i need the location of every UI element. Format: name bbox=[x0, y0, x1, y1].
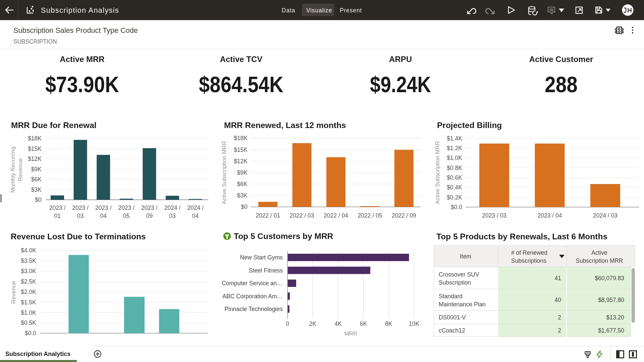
svg-text:2022 / 04: 2022 / 04 bbox=[324, 212, 348, 219]
svg-text:$9.24K: $9.24K bbox=[370, 72, 431, 97]
svg-text:2023 /: 2023 / bbox=[49, 204, 66, 211]
svg-text:Active Subscription MRR: Active Subscription MRR bbox=[221, 141, 227, 204]
svg-text:Item: Item bbox=[460, 253, 471, 260]
svg-text:2023 / 04: 2023 / 04 bbox=[538, 212, 562, 219]
svg-text:$8,957.80: $8,957.80 bbox=[598, 297, 624, 303]
svg-text:03: 03 bbox=[169, 213, 175, 219]
svg-text:$864.54K: $864.54K bbox=[199, 72, 283, 97]
svg-text:ABC Corporation Am…: ABC Corporation Am… bbox=[222, 293, 283, 300]
svg-text:Computer Service an…: Computer Service an… bbox=[222, 280, 283, 287]
svg-text:$9K: $9K bbox=[31, 166, 42, 173]
svg-text:$1.0K: $1.0K bbox=[21, 309, 36, 316]
svg-text:04: 04 bbox=[100, 213, 107, 219]
svg-text:$1.0K: $1.0K bbox=[447, 155, 462, 161]
svg-text:2024 /: 2024 / bbox=[187, 204, 204, 211]
svg-text:2023 / 03: 2023 / 03 bbox=[482, 212, 506, 219]
svg-text:ARPU: ARPU bbox=[389, 55, 412, 64]
svg-text:$0.8K: $0.8K bbox=[447, 165, 462, 171]
svg-text:2023 /: 2023 / bbox=[118, 204, 135, 211]
svg-text:2022 / 09: 2022 / 09 bbox=[392, 212, 416, 219]
svg-text:$60,079.83: $60,079.83 bbox=[595, 275, 624, 282]
svg-text:09: 09 bbox=[146, 213, 153, 219]
svg-text:$3.5K: $3.5K bbox=[21, 257, 36, 264]
svg-text:$18K: $18K bbox=[234, 135, 248, 141]
svg-text:$4.0K: $4.0K bbox=[21, 247, 36, 254]
svg-text:03: 03 bbox=[77, 213, 84, 219]
svg-text:$0.6K: $0.6K bbox=[447, 174, 462, 181]
svg-text:Revenue Lost Due to Terminatio: Revenue Lost Due to Terminations bbox=[11, 232, 146, 241]
svg-text:Active TCV: Active TCV bbox=[220, 55, 263, 64]
svg-text:$1.4K: $1.4K bbox=[447, 135, 462, 142]
svg-text:Active Customer: Active Customer bbox=[529, 55, 593, 64]
svg-text:Monthly Recurring: Monthly Recurring bbox=[10, 146, 16, 193]
svg-text:$0.0: $0.0 bbox=[25, 330, 36, 337]
svg-text:$12K: $12K bbox=[234, 158, 248, 165]
svg-text:6K: 6K bbox=[360, 320, 367, 327]
svg-text:cCoach12: cCoach12 bbox=[439, 327, 465, 334]
svg-text:4K: 4K bbox=[334, 320, 342, 327]
svg-text:2024 / 03: 2024 / 03 bbox=[593, 212, 618, 219]
svg-text:$0.4K: $0.4K bbox=[447, 184, 462, 191]
svg-text:2: 2 bbox=[558, 314, 561, 321]
svg-text:$3K: $3K bbox=[237, 192, 248, 199]
svg-text:2024 /: 2024 / bbox=[164, 204, 181, 211]
svg-text:MRR Due for Renewal: MRR Due for Renewal bbox=[11, 121, 97, 130]
svg-text:$6K: $6K bbox=[31, 176, 42, 183]
svg-text:# of Renewed: # of Renewed bbox=[511, 249, 547, 256]
svg-text:Subscription: Subscription bbox=[439, 279, 471, 286]
svg-text:$12K: $12K bbox=[28, 156, 42, 162]
svg-text:Standard: Standard bbox=[439, 293, 463, 300]
svg-text:Pinnacle Technologies: Pinnacle Technologies bbox=[224, 306, 283, 312]
svg-text:2K: 2K bbox=[309, 320, 317, 327]
svg-text:Crossover SUV: Crossover SUV bbox=[439, 271, 479, 278]
svg-text:04: 04 bbox=[192, 213, 199, 219]
svg-text:Active Subscription MRR: Active Subscription MRR bbox=[434, 141, 441, 204]
svg-text:0: 0 bbox=[286, 320, 289, 327]
svg-text:DS0001-V: DS0001-V bbox=[439, 314, 466, 321]
svg-text:40: 40 bbox=[555, 297, 561, 303]
svg-text:$0: $0 bbox=[35, 196, 42, 203]
svg-text:Maintenance Plan: Maintenance Plan bbox=[439, 301, 486, 308]
svg-text:Subscription Analysis: Subscription Analysis bbox=[41, 6, 119, 14]
svg-text:2023 /: 2023 / bbox=[141, 204, 158, 211]
svg-text:$9K: $9K bbox=[237, 169, 248, 176]
svg-text:05: 05 bbox=[123, 213, 129, 219]
svg-text:Active MRR: Active MRR bbox=[60, 55, 104, 64]
svg-text:$18K: $18K bbox=[28, 135, 42, 142]
svg-text:$0: $0 bbox=[241, 203, 248, 210]
svg-text:$1.5K: $1.5K bbox=[21, 299, 36, 306]
svg-text:Revenue: Revenue bbox=[10, 281, 17, 304]
svg-text:8K: 8K bbox=[385, 320, 392, 327]
svg-text:Subscriptions: Subscriptions bbox=[511, 257, 546, 264]
svg-text:288: 288 bbox=[545, 72, 578, 97]
svg-text:Subscription MRR: Subscription MRR bbox=[576, 257, 623, 264]
svg-text:2023 /: 2023 / bbox=[95, 204, 112, 211]
svg-text:2: 2 bbox=[558, 327, 561, 334]
svg-text:$3K: $3K bbox=[31, 186, 42, 193]
svg-text:$15K: $15K bbox=[28, 145, 42, 152]
svg-text:$73.90K: $73.90K bbox=[45, 72, 119, 97]
svg-text:$13.20: $13.20 bbox=[606, 314, 624, 321]
svg-text:$6K: $6K bbox=[237, 181, 248, 187]
svg-text:New Start Gyms: New Start Gyms bbox=[240, 254, 283, 261]
svg-text:10K: 10K bbox=[409, 320, 419, 327]
svg-text:2022 / 01: 2022 / 01 bbox=[256, 212, 280, 219]
svg-text:$15K: $15K bbox=[234, 146, 248, 153]
svg-text:$2.0K: $2.0K bbox=[21, 289, 36, 295]
svg-text:MRR Renewed, Last 12 months: MRR Renewed, Last 12 months bbox=[224, 121, 346, 130]
svg-text:2022 / 03: 2022 / 03 bbox=[290, 212, 314, 219]
svg-text:41: 41 bbox=[555, 275, 561, 282]
svg-text:$3.0K: $3.0K bbox=[21, 268, 36, 275]
svg-text:$1.2K: $1.2K bbox=[447, 145, 462, 152]
svg-text:$0.5K: $0.5K bbox=[21, 319, 36, 326]
svg-text:01: 01 bbox=[54, 213, 60, 219]
svg-text:$0.0: $0.0 bbox=[451, 204, 462, 210]
svg-text:Top 5 Customers by MRR: Top 5 Customers by MRR bbox=[234, 232, 333, 241]
svg-text:MRR: MRR bbox=[344, 330, 358, 337]
svg-text:Steel Fitness: Steel Fitness bbox=[249, 267, 283, 274]
svg-text:$0.2K: $0.2K bbox=[447, 194, 462, 201]
svg-text:Active: Active bbox=[591, 249, 607, 256]
svg-text:Projected Billing: Projected Billing bbox=[437, 121, 502, 130]
svg-text:$1,677.50: $1,677.50 bbox=[598, 327, 624, 334]
svg-text:2023 /: 2023 / bbox=[72, 204, 89, 211]
